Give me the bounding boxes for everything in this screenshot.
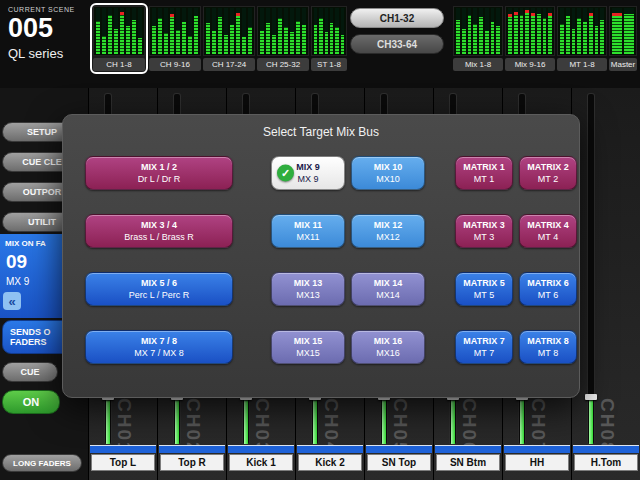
mix-13-button[interactable]: MIX 13 MX13 xyxy=(271,272,345,306)
meter-bar xyxy=(335,8,338,54)
sends-on-fader-line2: FADERS xyxy=(10,337,47,347)
button-sublabel: Perc L / Perc R xyxy=(129,290,190,301)
meter-bank-ch1-8[interactable]: CH 1-8 xyxy=(90,3,148,74)
meter-bank-mix1-8[interactable]: Mix 1-8 xyxy=(450,3,506,74)
meter-bar xyxy=(583,8,587,54)
matrix-5-button[interactable]: MATRIX 5 MT 5 xyxy=(455,272,513,306)
fader-level-fill xyxy=(589,397,593,444)
meter-bank-st1-8[interactable]: ST 1-8 xyxy=(308,3,350,74)
meter-bank-ch17-24[interactable]: CH 17-24 xyxy=(200,3,258,74)
button-sublabel: MX16 xyxy=(376,348,400,359)
button-sublabel: MX15 xyxy=(296,348,320,359)
mix-9-button-selected[interactable]: ✓ MIX 9 MX 9 xyxy=(271,156,345,190)
meter-bar xyxy=(473,8,477,54)
meter-bar xyxy=(242,8,246,54)
bank-button-ch33-64[interactable]: CH33-64 xyxy=(350,34,444,54)
mix-pair-7-8-button[interactable]: MIX 7 / 8 MX 7 / MX 8 xyxy=(85,330,233,364)
meter-bar xyxy=(572,8,576,54)
meter-bar xyxy=(543,8,547,54)
bank-button-ch1-32[interactable]: CH1-32 xyxy=(350,8,444,28)
channel-name-label[interactable]: Kick 1 xyxy=(229,454,293,471)
scene-display[interactable]: CURRENT SCENE 005 QL series xyxy=(0,0,88,88)
meter-bar xyxy=(531,8,535,54)
button-sublabel: MX11 xyxy=(297,232,320,243)
meter-bank-mix9-16[interactable]: Mix 9-16 xyxy=(502,3,558,74)
bank-label: Master xyxy=(609,58,637,71)
channel-name-label[interactable]: Top R xyxy=(160,454,224,471)
cue-button[interactable]: CUE xyxy=(2,362,58,382)
channel-name-label[interactable]: Kick 2 xyxy=(298,454,362,471)
mix-11-button[interactable]: MIX 11 MX11 xyxy=(271,214,345,248)
fader-track[interactable] xyxy=(588,94,594,444)
matrix-3-button[interactable]: MATRIX 3 MT 3 xyxy=(455,214,513,248)
channel-on-indicator xyxy=(159,445,225,453)
meter-bank-ch25-32[interactable]: CH 25-32 xyxy=(254,3,312,74)
matrix-7-button[interactable]: MATRIX 7 MT 7 xyxy=(455,330,513,364)
meter-bar xyxy=(158,8,162,54)
check-icon: ✓ xyxy=(277,165,294,182)
dialog-title: Select Target Mix Bus xyxy=(63,125,579,139)
button-label: MIX 14 xyxy=(374,278,403,289)
scene-number: 005 xyxy=(8,13,88,43)
ql-stagemix-app: CURRENT SCENE 005 QL series CH 1-8 CH 9-… xyxy=(0,0,640,480)
meter-bar xyxy=(272,8,276,54)
bank-label: CH 17-24 xyxy=(203,58,255,71)
fader-level-fill xyxy=(313,397,317,444)
meter-bank-ch9-16[interactable]: CH 9-16 xyxy=(146,3,204,74)
channel-name-label[interactable]: H.Tom xyxy=(574,454,638,471)
matrix-4-button[interactable]: MATRIX 4 MT 4 xyxy=(519,214,577,248)
meter-bank-master[interactable]: Master xyxy=(606,3,640,74)
meter-bar xyxy=(302,8,306,54)
meter-bar xyxy=(218,8,222,54)
meter-bar xyxy=(114,8,118,54)
channel-on-indicator xyxy=(90,445,156,453)
channel-name-label[interactable]: Top L xyxy=(91,454,155,471)
top-bar: CURRENT SCENE 005 QL series CH 1-8 CH 9-… xyxy=(0,0,640,90)
bank-label: ST 1-8 xyxy=(311,58,347,71)
button-sublabel: Dr L / Dr R xyxy=(138,174,181,185)
mix-14-button[interactable]: MIX 14 MX14 xyxy=(351,272,425,306)
button-sublabel: MT 7 xyxy=(474,348,494,359)
meter-bar xyxy=(456,8,460,54)
meter-bar xyxy=(520,8,524,54)
meter-bar xyxy=(188,8,192,54)
meter-bar xyxy=(462,8,466,54)
meter-bar xyxy=(566,8,570,54)
meter-display xyxy=(453,6,503,56)
meter-display xyxy=(257,6,309,56)
button-label: MIX 12 xyxy=(374,220,403,231)
fader-level-fill xyxy=(244,397,248,444)
mix-16-button[interactable]: MIX 16 MX16 xyxy=(351,330,425,364)
channel-on-indicator xyxy=(504,445,570,453)
channel-on-indicator xyxy=(297,445,363,453)
mix-12-button[interactable]: MIX 12 MX12 xyxy=(351,214,425,248)
button-label: MATRIX 2 xyxy=(527,162,568,173)
button-sublabel: MT 1 xyxy=(474,174,494,185)
mix-pair-5-6-button[interactable]: MIX 5 / 6 Perc L / Perc R xyxy=(85,272,233,306)
channel-name-label[interactable]: HH xyxy=(505,454,569,471)
mix-10-button[interactable]: MIX 10 MX10 xyxy=(351,156,425,190)
matrix-6-button[interactable]: MATRIX 6 MT 6 xyxy=(519,272,577,306)
matrix-8-button[interactable]: MATRIX 8 MT 8 xyxy=(519,330,577,364)
bank-label: Mix 1-8 xyxy=(453,58,503,71)
meter-display xyxy=(93,6,145,56)
collapse-chevron-icon[interactable]: « xyxy=(3,292,21,310)
matrix-2-button[interactable]: MATRIX 2 MT 2 xyxy=(519,156,577,190)
meter-bar xyxy=(479,8,483,54)
matrix-1-button[interactable]: MATRIX 1 MT 1 xyxy=(455,156,513,190)
channel-on-button[interactable]: ON xyxy=(2,390,60,414)
mix-pair-1-2-button[interactable]: MIX 1 / 2 Dr L / Dr R xyxy=(85,156,233,190)
channel-name-label[interactable]: SN Btm xyxy=(436,454,500,471)
meter-bank-mt1-8[interactable]: MT 1-8 xyxy=(554,3,610,74)
meter-display xyxy=(505,6,555,56)
meter-bar xyxy=(108,8,112,54)
fader-knob[interactable] xyxy=(585,394,597,400)
meter-display xyxy=(609,6,637,56)
long-faders-button[interactable]: LONG FADERS xyxy=(2,454,82,472)
mix-pair-3-4-button[interactable]: MIX 3 / 4 Brass L / Brass R xyxy=(85,214,233,248)
meter-bar xyxy=(248,8,252,54)
mix-15-button[interactable]: MIX 15 MX15 xyxy=(271,330,345,364)
button-sublabel: MX10 xyxy=(376,174,400,185)
fader-level-fill xyxy=(520,397,524,444)
channel-name-label[interactable]: SN Top xyxy=(367,454,431,471)
